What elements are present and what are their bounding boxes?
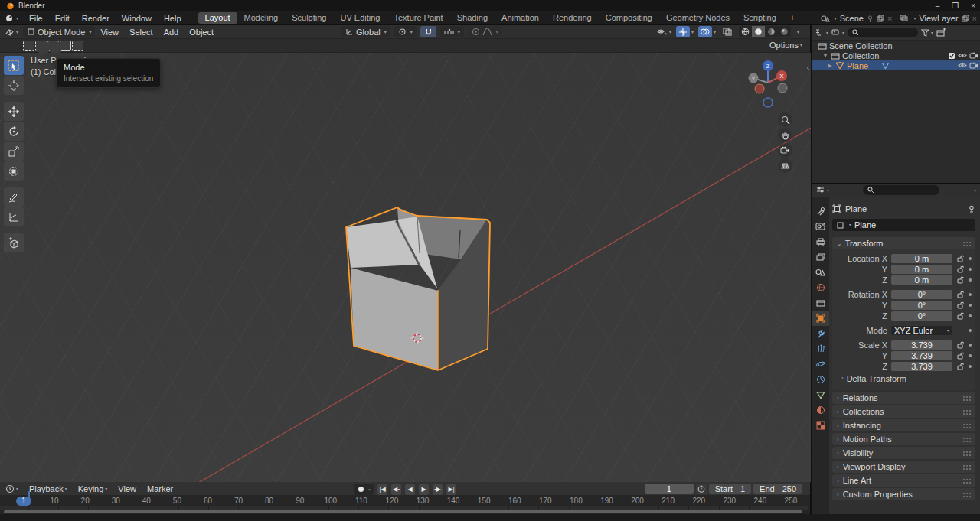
expand-arrow-icon[interactable]: ▶ [827, 63, 833, 69]
frame-tick-label[interactable]: 200 [630, 497, 645, 505]
tab-object[interactable] [812, 311, 829, 326]
use-preview-range-button[interactable] [696, 484, 707, 494]
disable-render-camera-icon[interactable] [969, 52, 978, 59]
tool-transform[interactable] [4, 161, 24, 181]
frame-tick-label[interactable]: 30 [108, 497, 123, 505]
animate-dot[interactable] [969, 329, 972, 332]
prev-keyframe-button[interactable]: ◀• [391, 484, 401, 495]
animate-dot[interactable] [969, 278, 972, 282]
tab-physics[interactable] [812, 357, 829, 372]
frame-tick-label[interactable]: 230 [722, 497, 737, 505]
auto-keying-button[interactable]: ▾ [354, 484, 374, 495]
outliner-row-plane[interactable]: ▶ Plane [812, 60, 980, 70]
marker-menu[interactable]: Marker [142, 484, 178, 493]
tab-tool[interactable] [812, 204, 829, 219]
expand-arrow-icon[interactable]: ▼ [822, 53, 828, 58]
frame-start-input[interactable]: Start 1 [709, 484, 751, 494]
tab-output[interactable] [812, 234, 829, 249]
lock-icon[interactable] [955, 276, 965, 284]
tool-rotate[interactable] [4, 122, 24, 141]
frame-tick-label[interactable]: 160 [507, 497, 522, 505]
gizmos-toggle[interactable]: ▾ [676, 26, 694, 37]
collapsed-panel[interactable]: › Viewport Display [832, 461, 975, 473]
drag-dots-icon[interactable] [962, 478, 971, 484]
lock-icon[interactable] [955, 265, 965, 273]
lock-icon[interactable] [955, 301, 965, 309]
view-layer-selector[interactable]: ▾ ViewLayer × [900, 14, 977, 23]
properties-editor-type-button[interactable]: ▾ [815, 186, 829, 194]
tool-move[interactable] [4, 102, 24, 121]
collapsed-panel[interactable]: › Visibility [832, 447, 975, 459]
exclude-checkbox[interactable] [948, 52, 956, 60]
frame-tick-label[interactable]: 20 [77, 497, 93, 505]
workspace-tab[interactable]: Geometry Nodes [659, 12, 737, 24]
jump-to-end-button[interactable]: ▶| [446, 484, 456, 495]
scale-x-input[interactable]: 3.739 [891, 340, 952, 350]
box-mesh[interactable] [346, 207, 490, 370]
collapsed-panel[interactable]: › Collections [832, 405, 975, 418]
frame-tick-label[interactable]: 100 [323, 497, 338, 505]
tool-measure[interactable] [4, 207, 24, 226]
scale-y-input[interactable]: 3.739 [891, 351, 952, 360]
viewport-menu[interactable]: Object [184, 28, 219, 37]
workspace-tab[interactable]: + [783, 12, 802, 24]
lock-icon[interactable] [955, 255, 965, 262]
minimize-button[interactable]: – [936, 2, 940, 10]
next-keyframe-button[interactable]: •▶ [433, 484, 443, 495]
drag-dots-icon[interactable] [962, 451, 971, 456]
workspace-tab[interactable]: UV Editing [333, 12, 387, 24]
animate-dot[interactable] [969, 257, 972, 260]
disable-render-camera-icon[interactable] [969, 62, 978, 69]
drag-dots-icon[interactable] [962, 437, 971, 442]
frame-tick-label[interactable]: 70 [231, 497, 247, 505]
animate-dot[interactable] [969, 304, 972, 307]
keying-menu[interactable]: Keying▾ [73, 484, 113, 493]
transform-panel-header[interactable]: ⌄ Transform [832, 237, 975, 249]
collapsed-panel[interactable]: › Custom Properties [832, 488, 975, 500]
frame-end-input[interactable]: End 250 [753, 484, 802, 494]
outliner-editor-type-button[interactable]: ▾ [815, 28, 828, 37]
frame-tick-label[interactable]: 80 [262, 497, 277, 505]
select-mode-invert-button[interactable] [60, 41, 71, 51]
shading-solid-button[interactable] [752, 26, 765, 37]
outliner-filter-button[interactable]: ▾ [921, 29, 933, 37]
tool-select-box[interactable] [4, 56, 24, 75]
viewport-menu[interactable]: Add [158, 28, 185, 37]
sidebar-collapse-arrow[interactable]: ‹ [807, 63, 809, 72]
scale-z-input[interactable]: 3.739 [891, 362, 952, 371]
collapsed-panel[interactable]: › Instancing [832, 419, 975, 431]
pan-button[interactable] [778, 128, 792, 142]
playback-menu[interactable]: Playback▾ [24, 484, 73, 493]
outliner-search-input[interactable] [848, 28, 918, 37]
select-mode-extend-button[interactable] [35, 41, 47, 51]
tab-view-layer[interactable] [812, 249, 829, 265]
options-dropdown[interactable]: Options ▾ [769, 41, 802, 50]
drag-dots-icon[interactable] [962, 241, 971, 246]
tab-modifiers[interactable] [812, 326, 829, 341]
overlays-toggle[interactable]: ▾ [698, 26, 716, 37]
xray-toggle[interactable] [720, 26, 734, 37]
lock-icon[interactable] [955, 291, 965, 298]
outliner-display-mode-button[interactable]: ▾ [831, 29, 844, 37]
frame-tick-label[interactable]: 210 [661, 497, 676, 505]
mode-dropdown[interactable]: Object Mode ▾ [23, 26, 95, 37]
tab-scene[interactable] [812, 265, 829, 280]
animate-dot[interactable] [969, 354, 972, 357]
select-mode-new-button[interactable] [23, 41, 34, 51]
workspace-tab[interactable]: Shading [450, 12, 495, 24]
restore-button[interactable]: ❐ [952, 2, 959, 10]
tool-scale[interactable] [4, 142, 24, 161]
tool-annotate[interactable] [4, 187, 24, 207]
rotation-z-input[interactable]: 0° [891, 311, 952, 321]
gizmo-neg-y-axis[interactable] [778, 83, 787, 93]
frame-tick-label[interactable]: 180 [568, 497, 583, 505]
transform-orientation-dropdown[interactable]: Global ▾ [341, 26, 390, 37]
frame-tick-label[interactable]: 170 [537, 497, 553, 505]
outliner-row-scene-collection[interactable]: Scene Collection [812, 41, 980, 50]
properties-search-input[interactable] [863, 185, 939, 195]
lock-icon[interactable] [955, 352, 965, 360]
shading-wireframe-button[interactable] [739, 26, 752, 37]
workspace-tab[interactable]: Modeling [237, 12, 286, 24]
tab-material[interactable] [812, 402, 829, 418]
tab-constraints[interactable] [812, 372, 829, 387]
